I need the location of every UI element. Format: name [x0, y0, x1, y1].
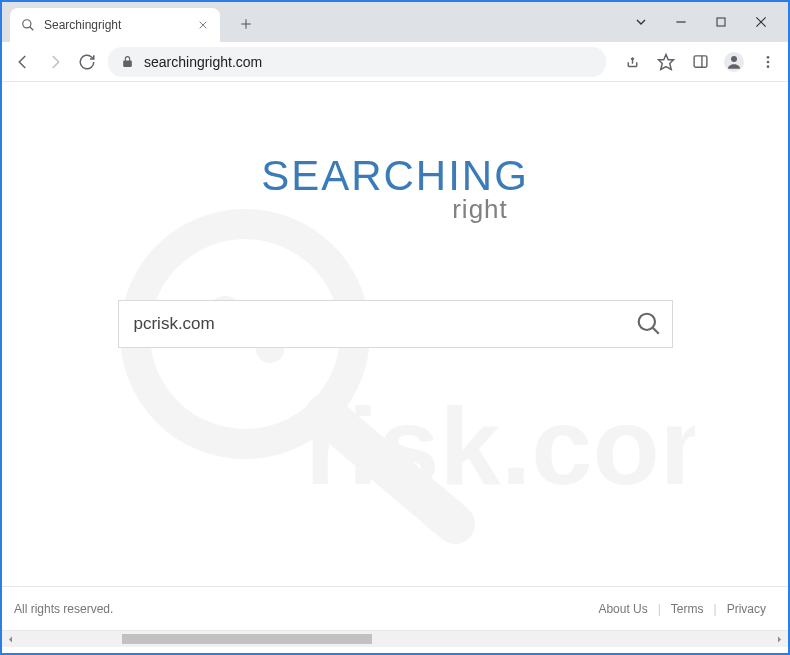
svg-point-0 — [23, 20, 31, 28]
svg-rect-11 — [694, 56, 707, 67]
url-text: searchingright.com — [144, 54, 262, 70]
search-button[interactable] — [633, 308, 665, 340]
search-input[interactable] — [118, 300, 673, 348]
svg-rect-7 — [717, 18, 725, 26]
close-window-button[interactable] — [752, 13, 770, 31]
search-form — [118, 300, 673, 348]
svg-point-13 — [731, 56, 737, 62]
chevron-down-icon[interactable] — [632, 13, 650, 31]
privacy-link[interactable]: Privacy — [717, 602, 776, 616]
svg-point-14 — [767, 56, 770, 59]
svg-line-23 — [652, 328, 658, 334]
svg-marker-25 — [778, 637, 781, 643]
reload-button[interactable] — [76, 51, 98, 73]
browser-titlebar: Searchingright — [2, 2, 788, 42]
maximize-button[interactable] — [712, 13, 730, 31]
site-logo: SEARCHING right — [2, 152, 788, 225]
svg-line-1 — [30, 27, 34, 31]
browser-tab[interactable]: Searchingright — [10, 8, 220, 42]
footer-links: About Us | Terms | Privacy — [588, 602, 776, 616]
addressbar-actions — [616, 52, 778, 72]
new-tab-button[interactable] — [232, 10, 260, 38]
window-controls — [632, 2, 780, 42]
horizontal-scrollbar[interactable] — [2, 630, 788, 647]
menu-icon[interactable] — [758, 52, 778, 72]
browser-addressbar: searchingright.com — [2, 42, 788, 82]
scroll-left-icon[interactable] — [2, 631, 19, 648]
profile-button[interactable] — [724, 52, 744, 72]
page-content: risk.com SEARCHING right All rights rese… — [2, 82, 788, 630]
footer-copyright: All rights reserved. — [14, 602, 113, 616]
lock-icon — [120, 55, 134, 69]
forward-button[interactable] — [44, 51, 66, 73]
share-icon[interactable] — [622, 52, 642, 72]
terms-link[interactable]: Terms — [661, 602, 714, 616]
scroll-right-icon[interactable] — [771, 631, 788, 648]
about-link[interactable]: About Us — [588, 602, 657, 616]
svg-marker-24 — [9, 637, 12, 643]
tab-title: Searchingright — [44, 18, 188, 32]
sidepanel-icon[interactable] — [690, 52, 710, 72]
svg-point-22 — [638, 314, 654, 330]
page-footer: All rights reserved. About Us | Terms | … — [2, 586, 788, 630]
close-icon[interactable] — [196, 18, 210, 32]
star-icon[interactable] — [656, 52, 676, 72]
svg-point-16 — [767, 65, 770, 68]
svg-point-15 — [767, 60, 770, 63]
logo-main-text: SEARCHING — [2, 152, 788, 200]
back-button[interactable] — [12, 51, 34, 73]
minimize-button[interactable] — [672, 13, 690, 31]
svg-marker-10 — [659, 54, 674, 69]
url-field[interactable]: searchingright.com — [108, 47, 606, 77]
search-icon — [20, 17, 36, 33]
scrollbar-thumb[interactable] — [122, 634, 372, 644]
